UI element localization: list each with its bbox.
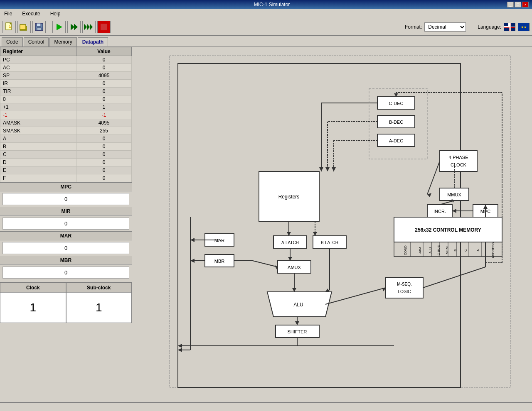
mpc-label: MPC (0, 183, 132, 191)
col-mem: MEM (445, 246, 449, 254)
arrow-cm-cdec (394, 93, 398, 97)
svg-line-67 (427, 161, 440, 194)
table-row: SMASK255 (0, 127, 132, 135)
register-name: 0 (0, 95, 76, 103)
save-button[interactable] (32, 21, 46, 33)
table-row: IR0 (0, 80, 132, 88)
mmux-label: MMUX (447, 192, 461, 197)
arrow-bus-left (178, 344, 182, 348)
svg-marker-12 (74, 24, 78, 30)
menu-file[interactable]: File (2, 10, 15, 17)
register-value: 255 (76, 127, 131, 135)
play-button[interactable] (52, 21, 66, 33)
mar-section: MAR 0 (0, 231, 132, 256)
register-name: PC (0, 56, 76, 64)
clock-section: Clock 1 Sub-clock 1 (0, 282, 132, 323)
register-value: 0 (76, 56, 131, 64)
arrow-alatch-amux (288, 257, 292, 261)
register-name: B (0, 143, 76, 151)
tabbar: Code Control Memory Datapath (0, 36, 532, 47)
register-name: D (0, 159, 76, 166)
arrow-bdec-reg (325, 167, 330, 171)
register-name: SP (0, 72, 76, 80)
arrow-mpc-incr (452, 209, 456, 213)
tab-datapath[interactable]: Datapath (78, 37, 108, 46)
col-cbus: C BUS (437, 245, 441, 255)
table-row: TIR0 (0, 88, 132, 95)
language-label: Language: (478, 24, 501, 30)
svg-rect-16 (101, 24, 107, 30)
play-icon (54, 22, 64, 32)
table-row: E0 (0, 166, 132, 174)
step-icon (69, 22, 79, 32)
amux-label: AMUX (288, 265, 301, 270)
table-row: F0 (0, 174, 132, 182)
col-a: A (476, 249, 480, 252)
subclock-value: 1 (66, 293, 132, 323)
register-value: 0 (76, 159, 131, 166)
menu-help[interactable]: Help (48, 10, 63, 17)
titlebar-title: MIC-1 Simulator (254, 2, 290, 7)
col-cond: COND (404, 245, 407, 255)
bdec-label: B-DEC (389, 120, 403, 125)
window-controls[interactable]: _ □ × (507, 2, 529, 7)
clock-value: 1 (0, 293, 66, 323)
svg-rect-23 (440, 151, 477, 171)
mir-label: MIR (0, 207, 132, 216)
table-row: AMASK4095 (0, 119, 132, 127)
titlebar: MIC-1 Simulator _ □ × (0, 0, 532, 9)
right-panel: 256x32 CONTROL MEMORY C-DEC B-DEC A-DEC … (132, 47, 532, 402)
mseq-label2: LOGIC (398, 289, 411, 294)
alatch-label: A-LATCH (281, 240, 299, 245)
close-button[interactable]: × (522, 2, 529, 7)
menu-execute[interactable]: Execute (20, 10, 42, 17)
register-value: 0 (76, 80, 131, 88)
registers-label: Registers (278, 194, 300, 200)
register-name: A (0, 135, 76, 143)
register-table: Register Value PC0AC0SP4095IR0TIR000+11-… (0, 47, 132, 182)
arrow-alu-mseq (382, 288, 386, 291)
format-select[interactable]: Decimal Hexadecimal Binary Octal (424, 22, 466, 32)
clock-label: Clock (0, 283, 66, 293)
table-row: SP4095 (0, 72, 132, 80)
col-jam: JAM (418, 247, 422, 254)
clock4-label1: 4-PHASE (448, 155, 468, 160)
maximize-button[interactable]: □ (515, 2, 521, 7)
table-row: -1-1 (0, 111, 132, 119)
fastrun-button[interactable] (82, 21, 96, 33)
new-button[interactable] (2, 21, 16, 33)
register-value: 0 (76, 166, 131, 174)
tab-code[interactable]: Code (2, 37, 23, 46)
toolbar: Format: Decimal Hexadecimal Binary Octal… (0, 18, 532, 36)
svg-line-62 (253, 261, 278, 267)
incr-label: INCR. (433, 209, 446, 214)
svg-marker-11 (71, 24, 74, 30)
mpc-value: 0 (2, 193, 129, 205)
register-value: 0 (76, 151, 131, 159)
register-name: SMASK (0, 127, 76, 135)
new-icon (4, 22, 14, 32)
main-content: Register Value PC0AC0SP4095IR0TIR000+11-… (0, 47, 532, 402)
register-name: -1 (0, 111, 76, 119)
tab-memory[interactable]: Memory (49, 37, 76, 46)
tab-control[interactable]: Control (24, 37, 49, 46)
register-name: TIR (0, 88, 76, 95)
alu-label: ALU (293, 302, 303, 308)
table-row: D0 (0, 159, 132, 166)
uk-flag[interactable] (504, 23, 515, 31)
register-value: 4095 (76, 119, 131, 127)
subclock-label: Sub-clock (66, 283, 132, 293)
stop-button[interactable] (97, 21, 111, 33)
arrow-mbr-amux (274, 265, 278, 269)
svg-line-74 (423, 267, 485, 288)
minimize-button[interactable]: _ (507, 2, 514, 7)
save-icon (34, 22, 44, 32)
table-row: B0 (0, 143, 132, 151)
mpc-section: MPC 0 (0, 182, 132, 207)
eu-flag[interactable]: ★★ (518, 23, 530, 31)
blatch-label: B-LATCH (321, 240, 338, 245)
table-row: A0 (0, 135, 132, 143)
col-c: C (464, 249, 468, 252)
step-button[interactable] (67, 21, 81, 33)
open-button[interactable] (17, 21, 31, 33)
